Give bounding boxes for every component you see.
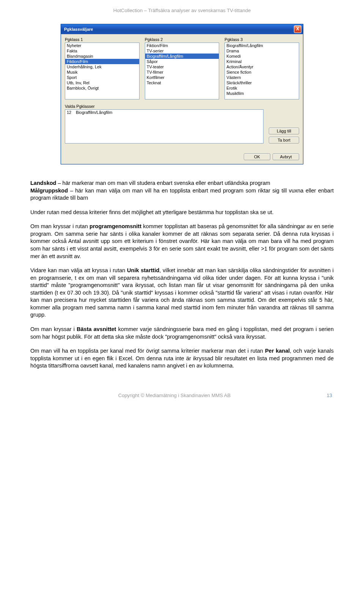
list-item[interactable]: Erotik [225,85,299,91]
listbox-pgklass3[interactable]: Biograffilm/LångfilmDramaKomediKriminalA… [224,43,299,99]
term-per-kanal: Per kanal [265,348,290,354]
listbox-valda[interactable]: 12Biograffilm/Långfilm [65,109,264,144]
list-item[interactable]: Drama [225,48,299,54]
cancel-button[interactable]: Avbryt [273,153,299,160]
term-unik-starttid: Unik starttid [127,267,159,273]
col1-label: Pgklass 1 [65,37,140,42]
remove-button[interactable]: Ta bort [269,137,299,144]
list-item[interactable]: Sience fiction [225,69,299,75]
list-item[interactable]: Action/Äventyr [225,64,299,69]
dialog-title: Pgklassväljare [64,27,93,32]
ok-button[interactable]: OK [244,153,270,160]
copyright: Copyright © Mediamätning i Skandinavien … [32,393,317,398]
list-item[interactable]: Västern [225,75,299,80]
list-item[interactable]: Musik [65,69,139,75]
list-item[interactable]: TV-serier [145,48,219,54]
listbox-pgklass2[interactable]: Fiktion/FilmTV-serierBiograffilm/Långfil… [145,43,220,99]
term-basta-avsnittet: Bästa avsnittet [77,326,116,332]
list-item[interactable]: Kriminal [225,59,299,64]
list-item[interactable]: TV-filmer [145,69,219,75]
list-item[interactable]: Fiktion/Film [145,43,219,48]
page-header: HotCollection – Träffsäkra analyser av s… [30,8,334,13]
list-item[interactable]: Sport [65,75,139,80]
titlebar: Pgklassväljare X [61,24,303,34]
term-landskod: Landskod [30,180,56,186]
listbox-pgklass1[interactable]: NyheterFaktaBlandmagasinFiktion/FilmUnde… [65,43,140,99]
list-item[interactable]: Biograffilm/Långfilm [225,43,299,48]
list-item[interactable]: Skräck/thriller [225,80,299,85]
list-item[interactable]: Fakta [65,48,139,54]
list-item[interactable]: 12Biograffilm/Långfilm [65,110,263,115]
close-icon[interactable]: X [294,25,301,33]
term-malgruppskod: Målgruppskod [30,188,68,194]
add-button[interactable]: Lägg till [269,128,299,134]
list-item[interactable]: Utb, Inv, Rel [65,80,139,85]
list-item[interactable]: Komedi [225,54,299,59]
list-item[interactable]: Musikfilm [225,91,299,96]
term-programgenomsnitt: programgenomsnitt [89,223,141,229]
list-item[interactable]: Underhållning, Lek [65,64,139,69]
list-item[interactable]: Såpor [145,59,219,64]
page-number: 13 [317,393,332,398]
list-item[interactable]: Tecknat [145,80,219,85]
list-item[interactable]: Kortfilmer [145,75,219,80]
list-item[interactable]: Fiktion/Film [65,59,139,64]
list-item[interactable]: Blandmagasin [65,54,139,59]
list-item[interactable]: Biograffilm/Långfilm [145,54,219,59]
list-item[interactable]: Nyheter [65,43,139,48]
col3-label: Pgklass 3 [224,37,299,42]
valda-label: Valda Pgklasser [65,104,264,109]
body-text: Landskod – här markerar man om man vill … [30,180,334,370]
dialog-pgklassvaljare: Pgklassväljare X Pgklass 1 NyheterFaktaB… [61,24,303,164]
page-footer: Copyright © Mediamätning i Skandinavien … [30,393,334,398]
list-item[interactable]: Barnblock, Övrigt [65,85,139,91]
list-item[interactable]: TV-teater [145,64,219,69]
col2-label: Pgklass 2 [145,37,220,42]
